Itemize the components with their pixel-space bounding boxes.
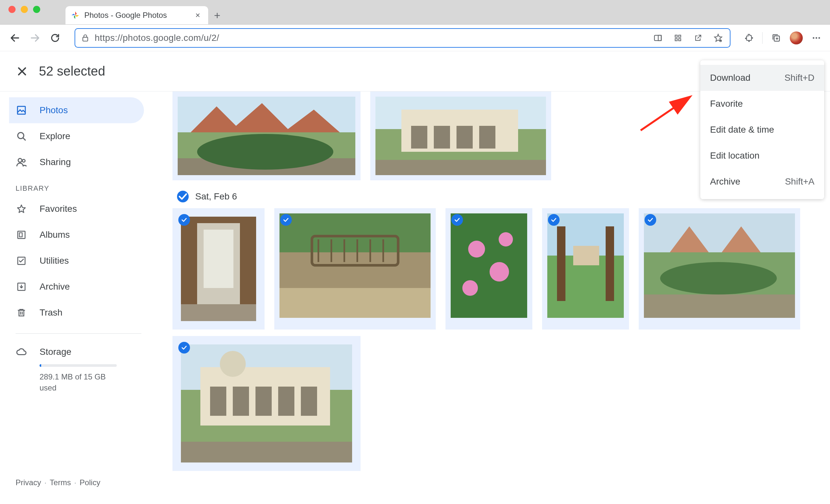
browser-toolbar: https://photos.google.com/u/2/ +	[0, 25, 830, 51]
profile-avatar[interactable]	[790, 31, 803, 44]
date-label: Sat, Feb 6	[195, 191, 237, 202]
sidebar-item-label: Trash	[39, 308, 63, 318]
tab-close-button[interactable]	[194, 11, 202, 19]
back-button[interactable]	[8, 31, 22, 45]
checkmark-icon	[644, 214, 656, 226]
svg-rect-37	[181, 304, 256, 321]
close-selection-button[interactable]	[15, 64, 29, 78]
svg-rect-5	[679, 35, 681, 37]
photo-thumbnail[interactable]	[542, 208, 629, 329]
photo-thumbnail[interactable]	[172, 208, 264, 329]
sidebar-item-label: Archive	[39, 282, 70, 292]
svg-rect-1	[83, 37, 88, 41]
sidebar-item-label: Explore	[39, 131, 70, 141]
browser-tab[interactable]: Photos - Google Photos	[65, 6, 208, 24]
svg-rect-3	[658, 35, 661, 40]
collections-icon[interactable]	[770, 32, 782, 44]
people-icon	[15, 156, 27, 168]
menu-label: Archive	[710, 177, 740, 187]
sidebar: Photos Explore Sharing LIBRARY Favorites…	[0, 91, 154, 504]
footer-terms-link[interactable]: Terms	[50, 478, 71, 487]
svg-point-11	[813, 37, 815, 39]
date-checkmark-icon	[177, 191, 189, 202]
checkmark-icon	[548, 214, 560, 226]
address-bar[interactable]: https://photos.google.com/u/2/ +	[74, 28, 731, 48]
svg-rect-36	[203, 230, 233, 288]
svg-rect-68	[278, 387, 294, 416]
sidebar-item-explore[interactable]: Explore	[9, 123, 144, 149]
album-icon	[15, 229, 27, 241]
photo-thumbnail[interactable]	[370, 91, 551, 180]
photo-thumbnail[interactable]	[445, 208, 532, 329]
window-close-button[interactable]	[8, 6, 15, 13]
open-external-icon[interactable]	[692, 32, 704, 44]
svg-rect-29	[411, 126, 427, 149]
checkmark-icon	[178, 214, 190, 226]
menu-item-favorite[interactable]: Favorite	[700, 91, 824, 117]
checkmark-icon	[178, 342, 190, 353]
checkmark-icon	[280, 214, 292, 226]
svg-rect-30	[434, 126, 450, 149]
photo-thumbnail[interactable]	[172, 336, 360, 471]
svg-rect-7	[679, 39, 681, 41]
reload-button[interactable]	[48, 31, 62, 45]
menu-label: Favorite	[710, 99, 743, 109]
window-maximize-button[interactable]	[33, 6, 40, 13]
footer-privacy-link[interactable]: Privacy	[15, 478, 41, 487]
svg-text:+: +	[720, 39, 722, 42]
url-actions: +	[652, 32, 724, 44]
svg-point-17	[22, 160, 25, 162]
sidebar-item-utilities[interactable]: Utilities	[9, 248, 144, 274]
svg-point-16	[18, 159, 22, 162]
window-minimize-button[interactable]	[21, 6, 28, 13]
photo-placeholder	[451, 213, 527, 318]
svg-rect-56	[606, 226, 614, 301]
sidebar-item-sharing[interactable]: Sharing	[9, 149, 144, 175]
tab-favicon-icon	[71, 11, 80, 20]
svg-point-61	[660, 262, 777, 294]
more-menu-icon[interactable]	[810, 32, 822, 44]
library-section-label: LIBRARY	[9, 175, 154, 196]
reader-mode-icon[interactable]	[652, 32, 664, 44]
sidebar-item-trash[interactable]: Trash	[9, 300, 144, 326]
sidebar-item-favorites[interactable]: Favorites	[9, 196, 144, 222]
svg-rect-65	[210, 387, 226, 416]
svg-rect-59	[644, 213, 795, 252]
svg-rect-57	[573, 246, 599, 265]
sidebar-item-albums[interactable]: Albums	[9, 222, 144, 248]
context-menu: Download Shift+D Favorite Edit date & ti…	[700, 60, 824, 199]
svg-rect-66	[233, 387, 249, 416]
svg-rect-48	[451, 213, 527, 318]
menu-item-edit-date[interactable]: Edit date & time	[700, 117, 824, 143]
menu-item-download[interactable]: Download Shift+D	[700, 65, 824, 91]
photo-placeholder	[280, 213, 430, 318]
svg-rect-39	[280, 213, 430, 252]
new-tab-button[interactable]: +	[208, 6, 226, 24]
image-icon	[15, 104, 27, 116]
svg-point-12	[816, 37, 817, 39]
svg-rect-60	[644, 294, 795, 318]
forward-button[interactable]	[28, 31, 42, 45]
sidebar-item-photos[interactable]: Photos	[9, 97, 144, 123]
photo-thumbnail[interactable]	[639, 208, 800, 329]
svg-rect-14	[18, 106, 25, 114]
lock-icon	[81, 34, 90, 42]
apps-grid-icon[interactable]	[672, 32, 684, 44]
svg-rect-31	[456, 126, 473, 149]
menu-item-archive[interactable]: Archive Shift+A	[700, 169, 824, 195]
svg-point-25	[197, 134, 333, 169]
footer-policy-link[interactable]: Policy	[79, 478, 100, 487]
menu-item-edit-location[interactable]: Edit location	[700, 143, 824, 169]
svg-rect-32	[479, 126, 496, 149]
photo-thumbnail[interactable]	[172, 91, 360, 180]
window-controls	[0, 6, 49, 13]
photo-thumbnail[interactable]	[274, 208, 436, 329]
favorite-star-icon[interactable]: +	[712, 32, 724, 44]
checkmark-icon	[451, 214, 463, 226]
svg-rect-70	[181, 442, 352, 463]
svg-point-50	[489, 262, 509, 282]
extensions-icon[interactable]	[743, 32, 755, 44]
browser-tab-strip: Photos - Google Photos +	[0, 0, 830, 25]
storage-section[interactable]: Storage 289.1 MB of 15 GB used	[9, 342, 154, 398]
sidebar-item-archive[interactable]: Archive	[9, 274, 144, 300]
